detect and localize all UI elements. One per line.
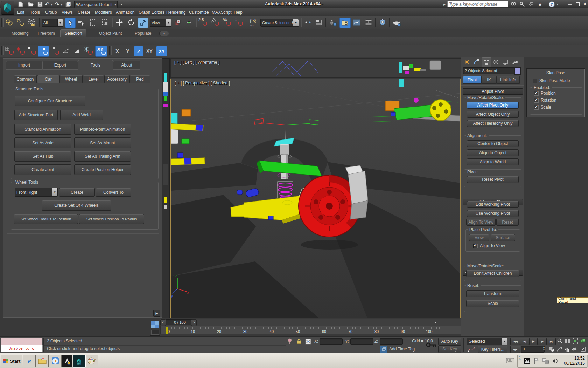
tray-graphics-icon[interactable] [523, 357, 531, 365]
axis-constraint-z[interactable]: Z [134, 46, 144, 56]
skin-pose-title[interactable]: Skin Pose [527, 70, 584, 75]
set-as-hub-button[interactable]: Set As Hub [14, 151, 71, 162]
snaps-grip[interactable] [1, 46, 4, 55]
scale-checkbox[interactable] [534, 105, 539, 110]
snap-grid-points-icon[interactable] [4, 46, 14, 56]
place-view-button[interactable]: View [469, 234, 489, 241]
search-flyout-caret[interactable]: ▶ [442, 1, 447, 7]
viewport-left-wireframe[interactable]: [ + ] [ Left ] [ Wireframe ] [170, 58, 461, 78]
snap-pivot-icon[interactable] [15, 46, 25, 56]
use-pivot-point-icon[interactable] [173, 18, 183, 27]
scene-explorer-toggle-button[interactable] [340, 18, 351, 28]
key-mode-dropdown[interactable]: Selected ▼ [467, 338, 507, 345]
axis-constraint-xy-plane[interactable]: XY [144, 46, 155, 56]
default-tangent-icon[interactable] [468, 346, 476, 353]
undo-button[interactable]: ↶ [44, 0, 50, 8]
ribbon-tab-freeform[interactable]: Freeform [38, 31, 55, 36]
maxscript-mini-listener-pink[interactable] [1, 338, 42, 345]
point-to-point-animation-button[interactable]: Point-to-Point Animation [74, 124, 131, 135]
select-and-rotate-icon[interactable] [126, 18, 136, 27]
wheel-convert-to-button[interactable]: Convert To [96, 188, 131, 197]
tray-clock[interactable]: 18:52 06/12/2015 [559, 356, 585, 366]
command-tab-display-icon[interactable] [501, 58, 510, 66]
select-and-link-icon[interactable] [4, 18, 14, 27]
object-selection-dropdown[interactable]: 2 Objects Selected [463, 67, 516, 74]
taskbar-app-media-player[interactable] [49, 355, 62, 367]
play-animation-button[interactable]: ▶ [529, 338, 538, 345]
create-position-helper-button[interactable]: Create Position Helper [74, 164, 131, 175]
menu-animation[interactable]: Animation [116, 10, 134, 15]
tab-pivot[interactable]: Pivot [463, 76, 481, 84]
tray-flag-icon[interactable] [533, 357, 540, 365]
favorites-star-icon[interactable]: ★ [536, 0, 544, 8]
select-by-name-icon[interactable] [76, 18, 86, 27]
frame-spinner[interactable]: ▲ ▼ [542, 346, 546, 353]
left-viewport-label[interactable]: [ + ] [ Left ] [ Wireframe ] [174, 60, 219, 65]
x-coord-field[interactable] [320, 338, 343, 345]
affect-object-only-button[interactable]: Affect Object Only [467, 111, 519, 118]
axis-constraint-x[interactable]: X [113, 46, 122, 56]
select-and-move-icon[interactable] [114, 18, 125, 27]
auto-key-button[interactable]: Auto Key [438, 338, 461, 345]
align-to-view-checkbox-row[interactable]: Align To View [473, 243, 505, 248]
reset-scale-button[interactable]: Scale [466, 300, 519, 307]
start-button[interactable]: Start [1, 355, 22, 367]
z-coord-field[interactable] [380, 338, 403, 345]
command-tab-motion-icon[interactable] [492, 58, 500, 66]
restore-button[interactable] [574, 1, 581, 7]
mirror-icon[interactable] [303, 18, 313, 27]
menu-rendering[interactable]: Rendering [166, 10, 186, 15]
goto-start-button[interactable]: |◀◀ [510, 338, 520, 345]
configure-car-structure-button[interactable]: Configure Car Structure [15, 96, 85, 106]
position-checkbox[interactable] [534, 91, 539, 96]
project-toolbar-icon[interactable] [64, 1, 72, 8]
redo-button[interactable]: ↷ [54, 0, 60, 8]
scale-row[interactable]: Scale [534, 105, 551, 110]
create-set-of-4-wheels-button[interactable]: Create Set Of 4 Wheels [42, 200, 111, 211]
search-input[interactable] [447, 1, 508, 7]
snap-face-filled-icon[interactable] [72, 46, 82, 56]
tab-ik[interactable]: IK [481, 76, 497, 84]
taskbar-app-explorer[interactable] [36, 355, 49, 367]
isolate-selection-icon[interactable] [286, 338, 293, 345]
time-slider-track[interactable] [197, 322, 435, 322]
menu-group[interactable]: Group [45, 10, 57, 15]
wheel-create-button[interactable]: Create [59, 188, 95, 197]
curve-editor-icon[interactable] [351, 18, 362, 27]
ribbon-minimize-caret[interactable]: ▾ [159, 31, 169, 36]
minimize-button[interactable]: — [566, 1, 573, 7]
subtab-wheel[interactable]: Wheel [59, 75, 83, 83]
selection-filter-dropdown[interactable]: All ▼ [42, 19, 63, 27]
axis-toolbar-grip[interactable] [109, 46, 112, 55]
edit-named-selection-sets-icon[interactable]: { }ABC [248, 18, 258, 27]
field-of-view-icon[interactable] [556, 346, 563, 353]
window-crossing-icon[interactable] [100, 18, 110, 27]
menu-create[interactable]: Create [78, 10, 90, 15]
absolute-offset-toggle-icon[interactable] [304, 338, 312, 345]
maxscript-mini-listener-output[interactable]: -- Unable to c [1, 345, 43, 352]
snap-face-icon[interactable] [61, 46, 71, 56]
align-to-world-button[interactable]: Align to World [467, 158, 519, 165]
time-configuration-icon[interactable] [548, 346, 555, 353]
selection-lock-icon[interactable] [295, 338, 302, 345]
snap-frozen-icon[interactable] [83, 46, 93, 56]
center-to-object-button[interactable]: Center to Object [467, 140, 519, 147]
set-wheel-position-to-radius-button[interactable]: Set Wheel Position To Radius [79, 214, 144, 224]
key-mode-toggle-button[interactable]: ◀▶ [510, 346, 520, 353]
license-key-icon[interactable] [519, 1, 526, 8]
track-bar[interactable]: 0 10 20 30 40 50 60 70 80 90 100 [160, 326, 461, 334]
save-file-button[interactable] [36, 1, 44, 8]
reference-coordinate-dropdown[interactable]: View ▼ [150, 19, 172, 27]
zoom-all-icon[interactable] [564, 338, 571, 345]
time-slider-thumb[interactable]: 0 / 100 [166, 319, 194, 325]
ribbon-tab-modeling[interactable]: Modeling [12, 31, 29, 36]
time-slider-next-key[interactable]: > [191, 319, 197, 326]
toolbar-grip[interactable] [1, 18, 4, 27]
reset-transform-button[interactable]: Transform [466, 290, 519, 297]
position-row[interactable]: Position [534, 91, 556, 96]
workspace-dropdown[interactable]: Workspace: Default ▾ [74, 1, 118, 8]
tray-expand-chevron[interactable]: ^^ [519, 356, 520, 361]
standard-animation-button[interactable]: Standard Animation [14, 124, 71, 135]
orbit-view-icon[interactable] [571, 346, 578, 353]
taskbar-app-paint[interactable] [85, 355, 98, 367]
